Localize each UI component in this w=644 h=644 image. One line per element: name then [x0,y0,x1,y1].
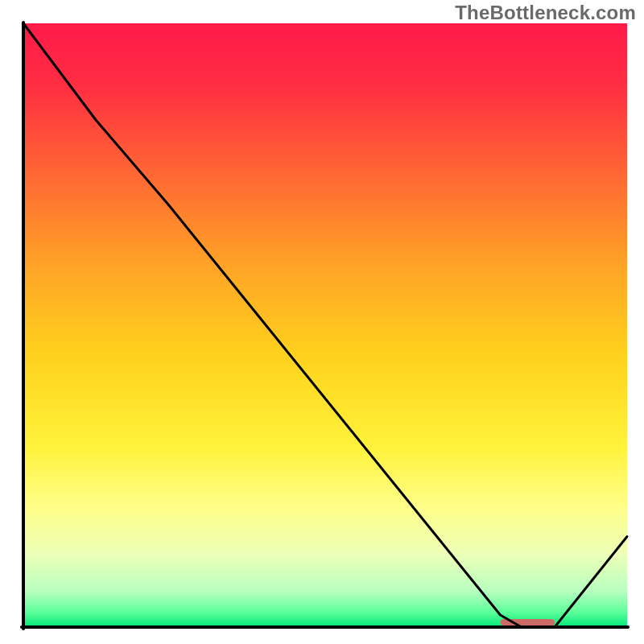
chart-canvas [0,0,644,644]
